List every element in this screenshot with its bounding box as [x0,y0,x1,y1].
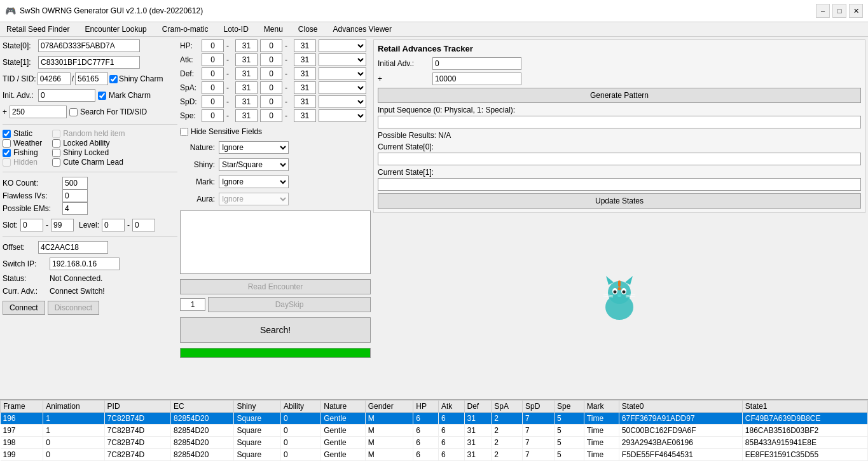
cute-charm-checkbox[interactable] [52,158,60,167]
shiny-filter-select[interactable]: Star/Square [219,158,289,171]
weather-checkbox[interactable] [3,139,11,148]
spa-max-input[interactable] [235,81,258,94]
atk-max-input[interactable] [235,53,258,66]
disconnect-button[interactable]: Disconnect [48,301,99,315]
curr-adv-value: Connect Switch! [50,287,105,296]
state1-input[interactable] [38,56,140,69]
spa-max2-input[interactable] [294,81,316,94]
hp-min2-input[interactable] [260,39,282,52]
aura-filter-select[interactable]: Ignore [219,193,289,205]
menu-cram-o-matic[interactable]: Cram-o-matic [158,24,212,35]
level-min-input[interactable] [102,219,125,231]
hp-select[interactable] [319,39,366,52]
fishing-checkbox[interactable] [3,149,11,157]
dayskip-button[interactable]: DaySkip [208,297,371,312]
current-state0-input[interactable] [378,153,861,165]
atk-min-input[interactable] [202,53,224,66]
connect-button[interactable]: Connect [3,301,45,315]
mark-charm-checkbox[interactable] [98,92,106,100]
read-encounter-button[interactable]: Read Encounter [180,279,371,294]
window-title: SwSh OWRNG Generator GUI v2.1.0 (dev-202… [20,6,203,15]
initial-adv-input[interactable] [432,57,521,70]
generate-pattern-button[interactable]: Generate Pattern [378,88,861,103]
offset-input[interactable] [38,241,108,254]
current-state1-input[interactable] [378,178,861,191]
level-max-input[interactable] [132,219,155,231]
hidden-checkbox[interactable] [3,158,11,167]
def-min-input[interactable] [202,67,224,80]
spd-min-input[interactable] [202,95,224,108]
menu-encounter-lookup[interactable]: Encounter Lookup [81,24,150,35]
menu-retail-seed-finder[interactable]: Retail Seed Finder [3,24,73,35]
slot-min-input[interactable] [20,219,43,231]
search-tid-sid-checkbox[interactable] [69,108,78,116]
static-checkbox[interactable] [3,130,11,138]
hp-min-input[interactable] [202,39,224,52]
tid-input[interactable] [38,72,71,85]
atk-max2-input[interactable] [294,53,316,66]
possible-ems-input[interactable] [62,202,88,215]
hp-max2-input[interactable] [294,39,316,52]
menu-close[interactable]: Close [294,24,322,35]
close-button[interactable]: ✕ [849,4,863,18]
advance-input[interactable] [10,106,67,118]
locked-ability-checkbox[interactable] [52,139,60,148]
def-min2-input[interactable] [260,67,282,80]
level-label: Level: [79,221,99,230]
hp-max-input[interactable] [235,39,258,52]
mark-filter-select[interactable]: Ignore [219,175,289,188]
svg-point-7 [623,291,626,294]
filter-col1: Static Weather Fishing Hidden [3,129,42,167]
update-states-button[interactable]: Update States [378,193,861,209]
menu-loto-id[interactable]: Loto-ID [219,24,252,35]
sid-input[interactable] [75,72,108,85]
minimize-button[interactable]: – [816,4,830,18]
maximize-button[interactable]: □ [832,4,846,18]
atk-select[interactable] [319,53,366,66]
static-label: Static [13,129,32,138]
dayskip-input[interactable] [180,298,205,311]
status-row: Status: Not Connected. [3,274,177,283]
atk-min2-input[interactable] [260,53,282,66]
slot-max-input[interactable] [51,219,74,231]
search-button[interactable]: Search! [180,317,371,343]
shiny-charm-checkbox[interactable] [109,75,118,83]
hide-sensitive-checkbox[interactable] [180,128,188,136]
ko-count-input[interactable] [62,177,88,189]
def-max-input[interactable] [235,67,258,80]
spa-label: SpA: [180,83,199,92]
random-held-item-checkbox[interactable] [52,130,60,138]
spa-min2-input[interactable] [260,81,282,94]
spa-select[interactable] [319,81,366,94]
input-sequence-input[interactable] [378,116,861,128]
hidden-row: Hidden [3,158,42,167]
menu-advances-viewer[interactable]: Advances Viewer [329,24,396,35]
shiny-locked-checkbox[interactable] [52,149,60,157]
flawless-ivs-input[interactable] [62,189,88,202]
spd-max-input[interactable] [235,95,258,108]
nature-select[interactable]: Ignore [219,141,289,154]
filter-checkboxes: Static Weather Fishing Hidden [3,129,177,167]
state0-input[interactable] [38,39,140,52]
spd-select[interactable] [319,95,366,108]
spe-max-input[interactable] [235,109,258,122]
init-adv-input[interactable] [38,89,95,102]
left-panel: State[0]: State[1]: TID / SID: / Shiny C… [3,39,177,380]
spd-min2-input[interactable] [260,95,282,108]
spe-min-input[interactable] [202,109,224,122]
spa-dash2: - [285,83,291,92]
spe-max2-input[interactable] [294,109,316,122]
menu-menu[interactable]: Menu [260,24,287,35]
plus-value-input[interactable] [432,72,521,85]
switch-ip-input[interactable] [50,258,120,270]
fishing-label: Fishing [13,148,38,157]
def-select[interactable] [319,67,366,80]
spe-min2-input[interactable] [260,109,282,122]
hp-label: HP: [180,41,199,50]
def-max2-input[interactable] [294,67,316,80]
spe-select[interactable] [319,109,366,122]
def-label: Def: [180,69,199,78]
spa-min-input[interactable] [202,81,224,94]
spd-max2-input[interactable] [294,95,316,108]
fishing-row: Fishing [3,148,42,157]
